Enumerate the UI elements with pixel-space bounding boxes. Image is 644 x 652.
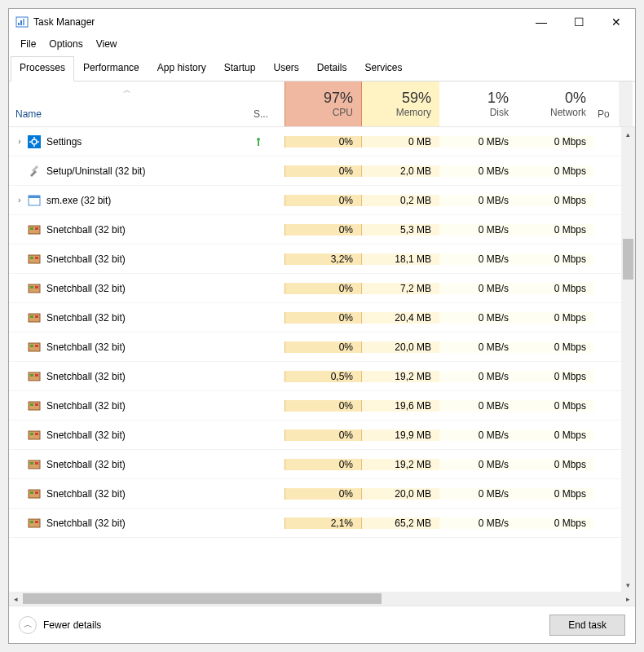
cell-memory: 5,3 MB — [362, 224, 439, 236]
cell-cpu: 0% — [285, 341, 362, 353]
svg-rect-42 — [30, 491, 33, 494]
svg-rect-27 — [30, 345, 33, 347]
close-button[interactable]: ✕ — [598, 9, 635, 35]
cell-disk: 0 MB/s — [439, 195, 517, 206]
cell-disk: 0 MB/s — [439, 459, 517, 470]
hscroll-thumb[interactable] — [23, 593, 382, 604]
cell-name: Snetchball (32 bit) — [9, 428, 254, 443]
cell-name: Snetchball (32 bit) — [9, 399, 254, 413]
process-name: Snetchball (32 bit) — [46, 312, 126, 324]
svg-rect-30 — [30, 374, 33, 377]
hscroll-track[interactable] — [23, 592, 621, 606]
svg-rect-3 — [23, 19, 24, 25]
horizontal-scrollbar[interactable]: ◂ ▸ — [9, 592, 635, 606]
cell-network: 0 Mbps — [517, 136, 594, 148]
process-table: ︿ Name S... 97% CPU 59% Memory 1% Disk — [9, 82, 635, 606]
fewer-details-toggle[interactable]: ︿ Fewer details — [19, 616, 101, 634]
tab-app-history[interactable]: App history — [148, 56, 215, 81]
svg-rect-31 — [35, 374, 38, 377]
cell-name: Snetchball (32 bit) — [9, 516, 254, 531]
cell-name: Snetchball (32 bit) — [9, 369, 254, 384]
table-row[interactable]: Snetchball (32 bit)0%20,4 MB0 MB/s0 Mbps — [9, 303, 621, 333]
content-area: ︿ Name S... 97% CPU 59% Memory 1% Disk — [9, 82, 635, 643]
process-icon — [27, 281, 42, 296]
cell-name: Snetchball (32 bit) — [9, 281, 254, 296]
cell-cpu: 0% — [285, 312, 362, 324]
process-icon — [27, 164, 42, 178]
cell-memory: 20,0 MB — [362, 488, 439, 500]
table-row[interactable]: ›Settings0%0 MB0 MB/s0 Mbps — [9, 127, 621, 156]
cell-name: Snetchball (32 bit) — [9, 340, 254, 355]
cell-disk: 0 MB/s — [439, 488, 517, 500]
process-icon — [27, 369, 42, 384]
cell-memory: 20,0 MB — [362, 341, 439, 353]
scroll-right-arrow-icon[interactable]: ▸ — [621, 592, 635, 606]
column-header-status[interactable]: S... — [254, 82, 285, 126]
scroll-up-arrow-icon[interactable]: ▴ — [621, 127, 635, 141]
table-row[interactable]: Snetchball (32 bit)0%19,6 MB0 MB/s0 Mbps — [9, 391, 621, 421]
process-name: Snetchball (32 bit) — [46, 488, 126, 500]
cell-cpu: 0% — [285, 400, 362, 412]
process-name: Snetchball (32 bit) — [46, 224, 126, 236]
scroll-gutter — [619, 82, 633, 126]
menu-view[interactable]: View — [90, 37, 124, 51]
cell-name: Snetchball (32 bit) — [9, 222, 254, 237]
svg-rect-40 — [35, 462, 38, 465]
tabbar: Processes Performance App history Startu… — [9, 56, 635, 82]
scroll-down-arrow-icon[interactable]: ▾ — [621, 578, 635, 592]
cell-network: 0 Mbps — [517, 488, 594, 500]
tab-users[interactable]: Users — [264, 56, 307, 81]
column-header-network[interactable]: 0% Network — [517, 82, 594, 126]
column-header-disk[interactable]: 1% Disk — [439, 82, 517, 126]
process-icon — [27, 134, 42, 149]
table-row[interactable]: Snetchball (32 bit)0,5%19,2 MB0 MB/s0 Mb… — [9, 362, 621, 391]
table-row[interactable]: Snetchball (32 bit)0%5,3 MB0 MB/s0 Mbps — [9, 215, 621, 244]
svg-rect-11 — [258, 141, 259, 146]
tab-services[interactable]: Services — [356, 56, 412, 81]
column-header-name[interactable]: ︿ Name — [9, 82, 254, 126]
scroll-track[interactable] — [621, 141, 635, 578]
svg-rect-18 — [30, 257, 33, 259]
cell-memory: 19,2 MB — [362, 459, 439, 470]
footer: ︿ Fewer details End task — [9, 606, 635, 643]
minimize-button[interactable]: — — [523, 9, 560, 35]
menu-file[interactable]: File — [14, 37, 42, 51]
tab-startup[interactable]: Startup — [215, 56, 265, 81]
cell-network: 0 Mbps — [517, 224, 594, 236]
column-header-cpu[interactable]: 97% CPU — [285, 82, 362, 126]
table-row[interactable]: Snetchball (32 bit)0%19,2 MB0 MB/s0 Mbps — [9, 450, 621, 479]
column-header-power[interactable]: Po — [594, 82, 619, 126]
end-task-button[interactable]: End task — [549, 615, 625, 636]
svg-rect-15 — [30, 227, 33, 230]
maximize-button[interactable]: ☐ — [560, 9, 598, 35]
expand-chevron-icon[interactable]: › — [14, 137, 25, 146]
cell-cpu: 2,1% — [285, 518, 362, 529]
cell-disk: 0 MB/s — [439, 165, 517, 177]
menu-options[interactable]: Options — [42, 37, 89, 51]
table-row[interactable]: Snetchball (32 bit)3,2%18,1 MB0 MB/s0 Mb… — [9, 244, 621, 274]
cell-name: Setup/Uninstall (32 bit) — [9, 164, 254, 178]
table-row[interactable]: ›sm.exe (32 bit)0%0,2 MB0 MB/s0 Mbps — [9, 186, 621, 215]
scroll-left-arrow-icon[interactable]: ◂ — [9, 592, 23, 606]
table-row[interactable]: Snetchball (32 bit)0%20,0 MB0 MB/s0 Mbps — [9, 333, 621, 362]
cell-network: 0 Mbps — [517, 400, 594, 412]
process-icon — [27, 222, 42, 237]
table-row[interactable]: Snetchball (32 bit)0%19,9 MB0 MB/s0 Mbps — [9, 421, 621, 450]
tab-details[interactable]: Details — [308, 56, 356, 81]
tab-performance[interactable]: Performance — [74, 56, 148, 81]
window-title: Task Manager — [33, 16, 523, 28]
expand-chevron-icon[interactable]: › — [14, 196, 25, 205]
column-header-memory[interactable]: 59% Memory — [362, 82, 439, 126]
table-row[interactable]: Snetchball (32 bit)2,1%65,2 MB0 MB/s0 Mb… — [9, 509, 621, 538]
table-row[interactable]: Snetchball (32 bit)0%20,0 MB0 MB/s0 Mbps — [9, 479, 621, 509]
table-row[interactable]: Setup/Uninstall (32 bit)0%2,0 MB0 MB/s0 … — [9, 156, 621, 186]
vertical-scrollbar[interactable]: ▴ ▾ — [621, 127, 635, 592]
svg-rect-16 — [35, 227, 38, 230]
cell-memory: 2,0 MB — [362, 165, 439, 177]
scroll-thumb[interactable] — [623, 239, 633, 280]
process-icon — [27, 252, 42, 267]
cell-network: 0 Mbps — [517, 165, 594, 177]
table-row[interactable]: Snetchball (32 bit)0%7,2 MB0 MB/s0 Mbps — [9, 274, 621, 303]
titlebar[interactable]: Task Manager — ☐ ✕ — [9, 9, 635, 35]
tab-processes[interactable]: Processes — [11, 56, 74, 82]
